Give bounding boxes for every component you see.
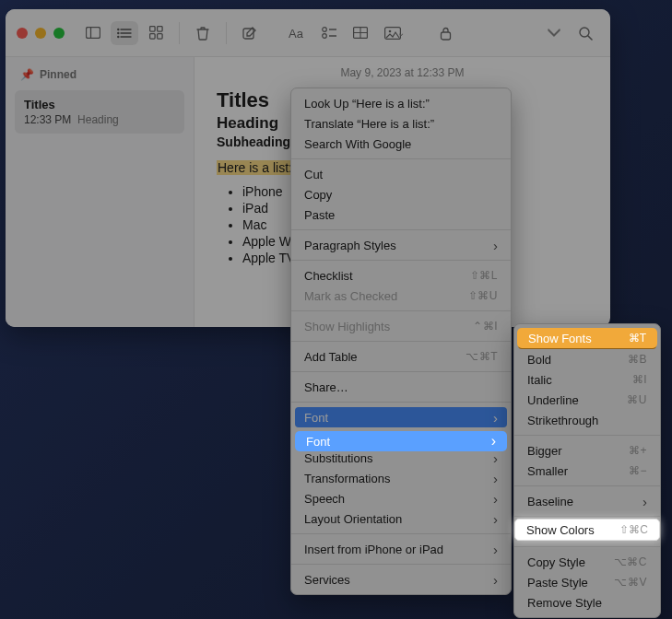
menu-font[interactable]: Font — [295, 407, 507, 427]
submenu-smaller[interactable]: Smaller⌘− — [514, 461, 660, 481]
grid-view-icon[interactable] — [142, 21, 170, 45]
submenu-copy-style[interactable]: Copy Style⌥⌘C — [514, 552, 660, 572]
menu-share[interactable]: Share… — [291, 377, 511, 397]
menu-translate[interactable]: Translate “Here is a list:” — [291, 113, 511, 134]
svg-point-7 — [117, 35, 119, 37]
highlight-font-row[interactable]: Font — [295, 431, 507, 451]
table-toolbar-icon[interactable] — [347, 21, 374, 45]
menu-mark-checked: Mark as Checked⇧⌘U — [291, 286, 511, 306]
svg-text:Aa: Aa — [289, 27, 304, 40]
list-view-icon[interactable] — [111, 21, 138, 45]
menu-transformations[interactable]: Transformations — [291, 468, 511, 488]
submenu-paste-style[interactable]: Paste Style⌥⌘V — [514, 572, 660, 592]
svg-point-22 — [389, 29, 392, 32]
lock-icon[interactable] — [431, 21, 459, 45]
submenu-strikethrough[interactable]: Strikethrough — [514, 410, 660, 430]
svg-rect-0 — [87, 28, 100, 39]
note-title: Titles — [24, 98, 175, 111]
compose-icon[interactable] — [236, 21, 264, 45]
menu-lookup[interactable]: Look Up “Here is a list:” — [291, 93, 511, 113]
menu-speech[interactable]: Speech — [291, 488, 511, 508]
sidebar-toggle-icon[interactable] — [79, 21, 107, 45]
submenu-baseline[interactable]: Baseline — [514, 491, 660, 511]
highlight-show-fonts-row[interactable]: Show Fonts⌘T — [517, 328, 657, 348]
svg-rect-10 — [149, 34, 155, 40]
more-icon[interactable] — [540, 21, 568, 45]
svg-rect-8 — [149, 27, 155, 31]
submenu-italic[interactable]: Italic⌘I — [514, 369, 660, 390]
window-controls — [17, 28, 65, 39]
search-icon[interactable] — [572, 21, 599, 45]
svg-point-5 — [117, 28, 119, 29]
maximize-button[interactable] — [53, 28, 65, 39]
media-toolbar-icon[interactable]: ⌄ — [378, 21, 411, 45]
menu-paragraph-styles[interactable]: Paragraph Styles — [291, 235, 511, 255]
svg-point-14 — [323, 27, 327, 31]
font-submenu: Show Fonts⌘T Bold⌘B Italic⌘I Underline⌘U… — [513, 323, 661, 618]
menu-services[interactable]: Services — [291, 569, 511, 590]
menu-insert-from-device[interactable]: Insert from iPhone or iPad — [291, 539, 511, 559]
close-button[interactable] — [17, 28, 28, 39]
note-timestamp: May 9, 2023 at 12:33 PM — [217, 66, 588, 79]
text-format-icon[interactable]: Aa — [284, 21, 312, 45]
submenu-bigger[interactable]: Bigger⌘+ — [514, 440, 660, 461]
menu-copy[interactable]: Copy — [291, 184, 511, 204]
svg-point-16 — [323, 33, 327, 38]
menu-search-google[interactable]: Search With Google — [291, 134, 511, 154]
chevron-down-icon: ⌄ — [397, 28, 405, 38]
menu-checklist[interactable]: Checklist⇧⌘L — [291, 265, 511, 286]
highlight-show-colors-row[interactable]: Show Colors⇧⌘C — [514, 519, 660, 541]
menu-add-table[interactable]: Add Table⌥⌘T — [291, 346, 511, 367]
pin-icon: 📌 — [20, 68, 34, 81]
minimize-button[interactable] — [35, 28, 46, 39]
svg-rect-11 — [157, 34, 162, 40]
checklist-toolbar-icon[interactable] — [315, 21, 343, 45]
pinned-label: Pinned — [40, 68, 77, 81]
menu-layout-orientation[interactable]: Layout Orientation — [291, 508, 511, 529]
svg-rect-23 — [441, 32, 450, 40]
editor-body-highlight: Here is a list: — [217, 160, 293, 175]
svg-rect-9 — [157, 27, 162, 31]
note-time: 12:33 PM — [24, 113, 71, 126]
pinned-section-header: 📌 Pinned — [15, 64, 184, 90]
trash-icon[interactable] — [189, 21, 217, 45]
menu-cut[interactable]: Cut — [291, 164, 511, 184]
menu-paste[interactable]: Paste — [291, 204, 511, 225]
note-preview: Heading — [77, 113, 119, 126]
context-menu: Look Up “Here is a list:” Translate “Her… — [290, 88, 512, 595]
submenu-bold[interactable]: Bold⌘B — [514, 349, 660, 369]
titlebar: Aa ⌄ — [6, 9, 610, 57]
note-list-item[interactable]: Titles 12:33 PM Heading — [15, 90, 184, 134]
notes-sidebar: 📌 Pinned Titles 12:33 PM Heading — [6, 57, 195, 327]
menu-show-highlights: Show Highlights⌃⌘I — [291, 316, 511, 336]
submenu-underline[interactable]: Underline⌘U — [514, 390, 660, 410]
svg-point-6 — [117, 31, 119, 33]
submenu-remove-style[interactable]: Remove Style — [514, 592, 660, 613]
svg-line-25 — [588, 36, 592, 40]
